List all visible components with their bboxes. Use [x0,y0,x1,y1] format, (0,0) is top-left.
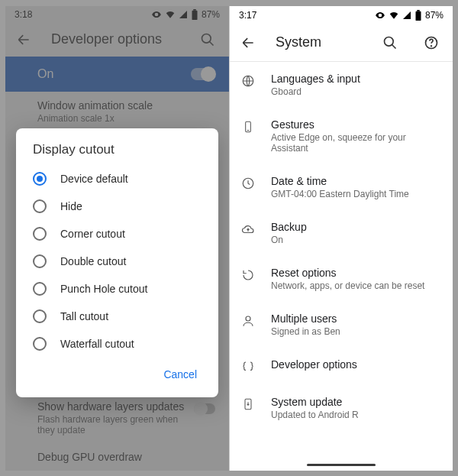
radio-label: Waterfall cutout [60,338,134,350]
item-subtitle: Network, apps, or device can be reset [271,280,439,291]
person-icon [240,313,256,329]
item-title: Reset options [271,267,439,279]
radio-unselected-icon [33,254,47,268]
svg-point-11 [246,316,250,321]
eye-icon [375,10,385,21]
radio-selected-icon [33,172,47,186]
radio-label: Corner cutout [60,228,125,240]
item-title: System update [271,396,439,408]
cancel-button[interactable]: Cancel [156,364,205,385]
appbar: System [230,24,453,61]
radio-unselected-icon [33,199,47,213]
clock-icon [240,176,256,191]
search-icon[interactable] [376,29,404,57]
system-item-datetime[interactable]: Date & time GMT-04:00 Eastern Daylight T… [230,164,453,210]
radio-option-tall[interactable]: Tall cutout [21,303,214,330]
item-subtitle: GMT-04:00 Eastern Daylight Time [271,189,439,199]
system-item-users[interactable]: Multiple users Signed in as Ben [230,302,453,348]
dialog-actions: Cancel [21,358,214,393]
cloud-upload-icon [240,222,256,237]
signal-icon [402,11,411,20]
reset-icon [240,267,256,283]
radio-option-double[interactable]: Double cutout [21,248,214,275]
system-item-update[interactable]: System update Updated to Android R [230,385,453,431]
radio-unselected-icon [33,282,47,296]
item-title: Developer options [271,358,439,371]
svg-point-7 [431,45,432,46]
status-battery: 87% [425,10,443,21]
item-subtitle: Signed in as Ben [271,326,439,337]
item-title: Gestures [271,118,439,131]
status-bar: 3:17 87% [230,6,453,24]
item-subtitle: On [271,235,439,245]
system-item-backup[interactable]: Backup On [230,210,453,256]
radio-unselected-icon [33,309,47,323]
braces-icon [240,359,256,374]
system-item-developer[interactable]: Developer options [230,348,453,385]
item-subtitle: Active Edge on, squeeze for your Assista… [271,132,439,154]
system-item-languages[interactable]: Languages & input Gboard [230,62,453,108]
wifi-icon [389,10,399,21]
back-icon[interactable] [234,29,262,57]
svg-point-5 [385,37,394,46]
radio-option-hide[interactable]: Hide [21,193,214,220]
dual-screenshot-frame: 3:18 87% Developer options On [5,6,453,471]
item-subtitle: Gboard [271,86,439,97]
status-time: 3:17 [239,10,256,21]
svg-rect-3 [415,11,421,20]
dialog-title: Display cutout [21,142,214,165]
item-title: Multiple users [271,312,439,325]
system-item-reset[interactable]: Reset options Network, apps, or device c… [230,256,453,302]
screen-developer-options: 3:18 87% Developer options On [5,6,229,471]
svg-rect-4 [417,10,420,11]
system-list: Languages & input Gboard Gestures Active… [230,62,453,471]
item-title: Backup [271,221,439,233]
radio-unselected-icon [33,337,47,351]
radio-option-waterfall[interactable]: Waterfall cutout [21,330,214,358]
radio-label: Device default [60,173,128,185]
radio-unselected-icon [33,227,47,241]
item-subtitle: Updated to Android R [271,410,439,420]
system-update-icon [240,397,256,412]
radio-option-device-default[interactable]: Device default [21,165,214,193]
radio-label: Double cutout [60,255,126,267]
radio-label: Hide [60,200,82,212]
phone-icon [240,119,256,134]
gesture-nav-bar-icon[interactable] [307,464,376,466]
display-cutout-dialog: Display cutout Device default Hide Corne… [16,128,218,397]
radio-option-punchhole[interactable]: Punch Hole cutout [21,275,214,303]
battery-icon [414,10,422,21]
help-icon[interactable] [418,29,445,57]
item-title: Languages & input [271,73,439,85]
radio-label: Punch Hole cutout [60,283,147,295]
radio-label: Tall cutout [60,310,108,322]
screen-system-settings: 3:17 87% System [229,6,453,471]
globe-icon [240,73,256,89]
radio-option-corner[interactable]: Corner cutout [21,220,214,248]
system-item-gestures[interactable]: Gestures Active Edge on, squeeze for you… [230,108,453,164]
item-title: Date & time [271,175,439,187]
status-icons: 87% [375,10,443,21]
appbar-title: System [276,34,363,50]
